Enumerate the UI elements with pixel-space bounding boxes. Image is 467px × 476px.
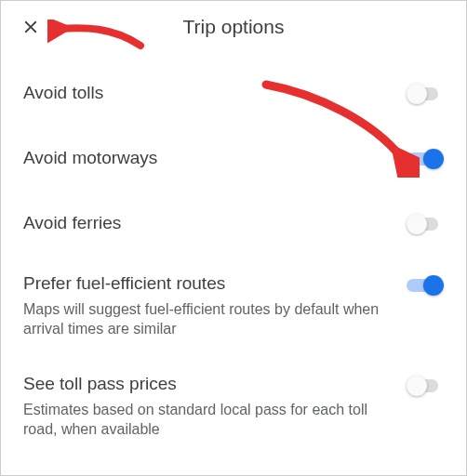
option-text: Avoid motorways — [23, 147, 407, 170]
close-icon — [20, 17, 41, 37]
option-label: See toll pass prices — [23, 373, 384, 396]
option-text: Prefer fuel-efficient routes Maps will s… — [23, 272, 407, 339]
option-text: Avoid tolls — [23, 82, 407, 105]
toggle-avoid-motorways[interactable] — [407, 148, 444, 170]
close-button[interactable] — [8, 5, 53, 49]
option-avoid-ferries[interactable]: Avoid ferries — [1, 191, 466, 256]
option-description: Maps will suggest fuel-efficient routes … — [23, 299, 384, 339]
option-avoid-motorways[interactable]: Avoid motorways — [1, 126, 466, 191]
option-label: Avoid motorways — [23, 147, 384, 170]
option-prefer-fuel-efficient[interactable]: Prefer fuel-efficient routes Maps will s… — [1, 256, 466, 356]
toggle-avoid-tolls[interactable] — [407, 83, 444, 105]
toggle-see-toll-pass-prices[interactable] — [407, 375, 444, 397]
option-label: Avoid ferries — [23, 212, 384, 235]
switch-thumb — [407, 84, 427, 104]
switch-thumb — [423, 275, 444, 296]
switch-thumb — [407, 214, 427, 234]
option-see-toll-pass-prices[interactable]: See toll pass prices Estimates based on … — [1, 356, 466, 456]
header: Trip options — [1, 1, 466, 53]
option-text: Avoid ferries — [23, 212, 407, 235]
option-description: Estimates based on standard local pass f… — [23, 400, 384, 440]
option-avoid-tolls[interactable]: Avoid tolls — [1, 60, 466, 126]
option-text: See toll pass prices Estimates based on … — [23, 373, 407, 440]
options-list: Avoid tolls Avoid motorways Avoid ferrie… — [1, 53, 466, 456]
toggle-prefer-fuel-efficient[interactable] — [407, 274, 444, 297]
switch-thumb — [407, 376, 427, 396]
toggle-avoid-ferries[interactable] — [407, 213, 444, 235]
page-title: Trip options — [1, 16, 466, 38]
switch-thumb — [423, 149, 444, 169]
option-label: Prefer fuel-efficient routes — [23, 272, 384, 296]
option-label: Avoid tolls — [23, 82, 384, 105]
